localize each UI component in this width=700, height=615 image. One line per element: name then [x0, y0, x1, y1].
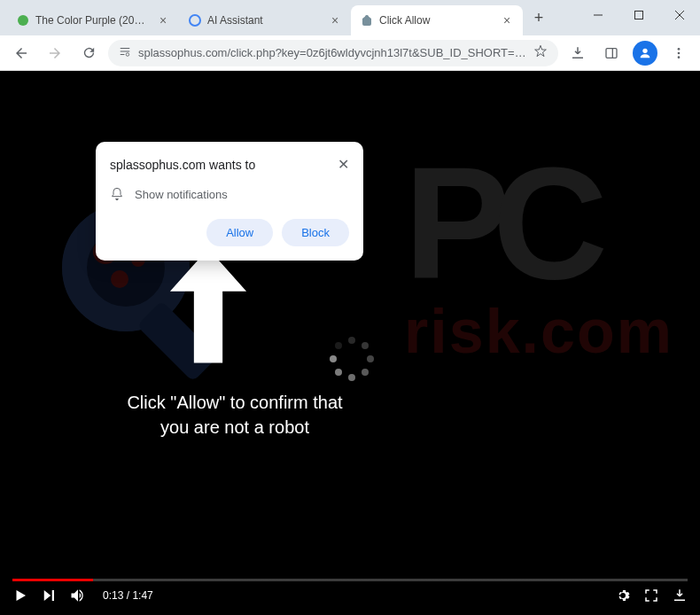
- minimize-button[interactable]: [578, 0, 618, 30]
- allow-button[interactable]: Allow: [206, 219, 273, 246]
- browser-window: The Color Purple (2023) YI × AI Assistan…: [0, 0, 700, 615]
- close-icon[interactable]: ×: [156, 13, 170, 27]
- video-time: 0:13 / 1:47: [103, 589, 153, 602]
- tab-strip: The Color Purple (2023) YI × AI Assistan…: [7, 5, 551, 35]
- tab-2[interactable]: Click Allow ×: [351, 5, 523, 35]
- address-bar: splassophus.com/click.php?key=0z6jt6wldy…: [0, 35, 700, 71]
- watermark-text: PC risk.com: [404, 160, 673, 367]
- tab-label: Click Allow: [379, 14, 494, 27]
- window-controls: [578, 0, 700, 30]
- favicon-icon: [188, 13, 202, 27]
- close-icon[interactable]: ×: [500, 13, 514, 27]
- page-content: PC risk.com Click "Allow" to confirm tha…: [0, 71, 700, 615]
- next-button[interactable]: [41, 588, 57, 603]
- scam-message: Click "Allow" to confirm that you are no…: [111, 390, 359, 440]
- watermark-risk: risk.com: [404, 296, 673, 367]
- svg-point-13: [678, 56, 681, 58]
- tab-1[interactable]: AI Assistant ×: [179, 5, 351, 35]
- menu-button[interactable]: [665, 39, 693, 67]
- reload-button[interactable]: [74, 39, 103, 67]
- svg-point-10: [642, 48, 647, 52]
- settings-button[interactable]: [615, 588, 631, 603]
- url-input[interactable]: splassophus.com/click.php?key=0z6jt6wldy…: [108, 40, 558, 66]
- favicon-icon: [360, 13, 374, 27]
- titlebar: The Color Purple (2023) YI × AI Assistan…: [0, 0, 700, 35]
- new-tab-button[interactable]: +: [526, 5, 551, 30]
- video-control-bar: 0:13 / 1:47: [0, 576, 700, 615]
- profile-button[interactable]: [631, 39, 659, 67]
- downloads-button[interactable]: [564, 39, 592, 67]
- svg-rect-8: [606, 48, 617, 58]
- svg-point-7: [126, 53, 129, 57]
- watermark-pc: PC: [404, 160, 673, 287]
- download-video-button[interactable]: [672, 588, 688, 603]
- svg-point-11: [678, 48, 681, 51]
- side-panel-button[interactable]: [597, 39, 626, 67]
- svg-point-1: [190, 15, 200, 26]
- close-window-button[interactable]: [659, 0, 700, 30]
- bell-icon: [110, 187, 124, 201]
- maximize-button[interactable]: [618, 0, 659, 30]
- tab-label: AI Assistant: [207, 14, 323, 27]
- block-button[interactable]: Block: [282, 219, 349, 246]
- volume-button[interactable]: [69, 587, 87, 604]
- arrow-up-icon: [159, 244, 257, 371]
- close-icon[interactable]: ✕: [338, 156, 349, 173]
- fullscreen-button[interactable]: [643, 588, 659, 603]
- svg-point-12: [678, 51, 681, 54]
- tab-label: The Color Purple (2023) YI: [35, 14, 151, 27]
- back-button[interactable]: [7, 39, 35, 67]
- permission-title: splassophus.com wants to: [110, 158, 255, 172]
- loading-spinner-icon: [330, 337, 374, 381]
- permission-dialog: splassophus.com wants to ✕ Show notifica…: [96, 142, 363, 261]
- svg-point-0: [18, 15, 28, 26]
- site-settings-icon[interactable]: [119, 45, 131, 60]
- svg-rect-4: [635, 12, 643, 19]
- url-text: splassophus.com/click.php?key=0z6jt6wldy…: [138, 46, 526, 59]
- close-icon[interactable]: ×: [328, 13, 342, 27]
- play-button[interactable]: [12, 588, 28, 603]
- forward-button: [41, 39, 69, 67]
- bookmark-star-icon[interactable]: [533, 44, 548, 61]
- favicon-icon: [16, 13, 30, 27]
- svg-point-2: [365, 15, 369, 19]
- tab-0[interactable]: The Color Purple (2023) YI ×: [7, 5, 179, 35]
- permission-item-label: Show notifications: [135, 188, 228, 201]
